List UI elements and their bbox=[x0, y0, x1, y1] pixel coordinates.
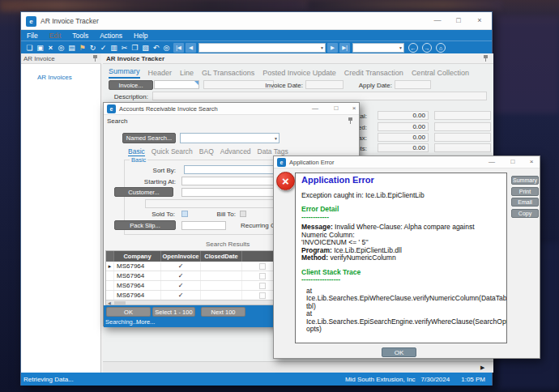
credit-memo-checkbox[interactable] bbox=[259, 283, 266, 289]
sidebar-item-ar-invoices[interactable]: AR Invoices bbox=[37, 74, 72, 81]
tab-baq[interactable]: BAQ bbox=[199, 147, 214, 156]
credit-memo-checkbox[interactable] bbox=[259, 292, 266, 299]
tax-extra-field[interactable] bbox=[434, 133, 491, 142]
column-company[interactable]: Company bbox=[114, 251, 161, 262]
pin-icon[interactable] bbox=[348, 117, 353, 125]
invoice-number-input[interactable] bbox=[154, 80, 199, 89]
copy-icon[interactable]: ❐ bbox=[130, 44, 140, 52]
first-record-button[interactable]: |◀ bbox=[173, 43, 184, 53]
back-button[interactable]: ← bbox=[408, 43, 418, 53]
bill-to-checkbox[interactable] bbox=[240, 211, 246, 217]
maximize-button[interactable]: □ bbox=[330, 104, 343, 112]
main-titlebar[interactable]: e AR Invoice Tracker — □ × bbox=[21, 12, 492, 30]
bottom-panel: ▶ bbox=[103, 361, 493, 373]
description-field[interactable] bbox=[152, 92, 487, 100]
tab-basic[interactable]: Basic bbox=[128, 147, 145, 156]
last-record-button[interactable]: ▶| bbox=[339, 43, 350, 53]
pack-slip-button[interactable]: Pack Slip... bbox=[114, 220, 176, 230]
tab-central-collection[interactable]: Central Collection bbox=[412, 69, 469, 79]
view-combo[interactable]: ▼ bbox=[352, 43, 404, 53]
summary-button[interactable]: Summary bbox=[511, 176, 539, 185]
forward-button[interactable]: → bbox=[422, 43, 432, 53]
tab-gl-transactions[interactable]: GL Transactions bbox=[202, 69, 254, 79]
chevron-down-icon: ▼ bbox=[274, 136, 278, 141]
print-icon[interactable]: ▥ bbox=[109, 44, 119, 52]
tab-header[interactable]: Header bbox=[148, 69, 173, 79]
tab-quick-search[interactable]: Quick Search bbox=[151, 147, 193, 156]
credit-memo-checkbox[interactable] bbox=[259, 273, 266, 279]
minimize-button[interactable]: — bbox=[485, 158, 498, 165]
find-icon[interactable]: ◎ bbox=[161, 44, 172, 52]
paste-icon[interactable]: ▧ bbox=[140, 44, 151, 52]
tab-summary[interactable]: Summary bbox=[109, 67, 140, 79]
previous-record-button[interactable]: ◀ bbox=[186, 43, 196, 53]
apply-date-field[interactable] bbox=[395, 80, 431, 89]
panel-expand-icon[interactable]: ▶ bbox=[480, 364, 484, 371]
row-selector-icon: ► bbox=[106, 262, 114, 271]
pin-icon[interactable] bbox=[483, 55, 489, 62]
record-combo[interactable]: ▼ bbox=[198, 43, 326, 53]
delete-icon[interactable]: × bbox=[45, 44, 56, 52]
tab-line[interactable]: Line bbox=[180, 69, 194, 79]
maximize-button[interactable]: □ bbox=[452, 16, 465, 24]
ok-button[interactable]: OK bbox=[106, 307, 151, 317]
close-button[interactable]: × bbox=[525, 158, 538, 165]
payments-extra-field[interactable] bbox=[434, 143, 491, 152]
pack-slip-input[interactable] bbox=[181, 221, 226, 230]
tab-posted-invoice-update[interactable]: Posted Invoice Update bbox=[262, 69, 336, 79]
total-field[interactable]: 0.00 bbox=[378, 111, 429, 120]
open-invoice-check-icon: ✓ bbox=[161, 281, 201, 290]
invoice-date-field[interactable] bbox=[305, 80, 344, 89]
attachment-icon[interactable]: ⚑ bbox=[77, 44, 87, 52]
minimize-button[interactable]: — bbox=[431, 16, 444, 24]
refresh-icon[interactable]: ↻ bbox=[87, 44, 98, 52]
named-search-combo[interactable]: ▼ bbox=[180, 133, 280, 143]
payments-field[interactable]: 0.00 bbox=[378, 143, 429, 152]
named-search-button[interactable]: Named Search... bbox=[122, 133, 176, 143]
customer-input[interactable] bbox=[181, 188, 274, 197]
customer-button[interactable]: Customer... bbox=[114, 187, 173, 197]
close-button[interactable]: × bbox=[348, 104, 361, 112]
total-extra-field[interactable] bbox=[434, 111, 491, 120]
memo-icon[interactable]: ▤ bbox=[66, 44, 77, 52]
menu-file[interactable]: File bbox=[21, 32, 44, 40]
applied-field[interactable]: 0.00 bbox=[378, 122, 429, 131]
menu-tools[interactable]: Tools bbox=[66, 32, 94, 40]
close-button[interactable]: × bbox=[473, 16, 486, 24]
search-titlebar[interactable]: e Accounts Receivable Invoice Search — □… bbox=[104, 103, 359, 115]
column-openinvoice[interactable]: OpenInvoice bbox=[161, 251, 201, 262]
email-button[interactable]: Email bbox=[511, 198, 539, 207]
copy-button[interactable]: Copy bbox=[511, 209, 539, 218]
toolbar: ❏ ▣ × ◎ ▤ ⚑ ↻ ✓ ▥ ✂ ❐ ▧ ↶ ◎ |◀ ◀ ▼ ▶ ▶| … bbox=[21, 40, 492, 53]
column-closeddate[interactable]: ClosedDate bbox=[201, 251, 242, 262]
error-titlebar[interactable]: e Application Error — □ × bbox=[274, 156, 540, 168]
error-detail-box[interactable]: Application Error Exception caught in: I… bbox=[295, 173, 507, 343]
invoice-button[interactable]: Invoice... bbox=[109, 80, 153, 90]
search-icon[interactable]: ◎ bbox=[56, 44, 66, 52]
select-1-100-button[interactable]: Select 1 - 100 bbox=[152, 307, 195, 317]
menu-actions[interactable]: Actions bbox=[94, 32, 128, 40]
tab-advanced[interactable]: Advanced bbox=[220, 147, 251, 156]
new-icon[interactable]: ❏ bbox=[24, 44, 35, 52]
tax-field[interactable]: 0.00 bbox=[378, 133, 429, 142]
pin-icon[interactable] bbox=[92, 55, 98, 62]
print-button[interactable]: Print bbox=[511, 187, 539, 196]
description-label: Description: bbox=[112, 93, 148, 100]
home-button[interactable]: ⌂ bbox=[436, 43, 446, 53]
minimize-button[interactable]: — bbox=[309, 104, 322, 112]
undo-icon[interactable]: ↶ bbox=[151, 44, 161, 52]
save-icon[interactable]: ▣ bbox=[35, 44, 45, 52]
next-100-button[interactable]: Next 100 bbox=[201, 307, 245, 317]
maximize-button[interactable]: □ bbox=[506, 158, 519, 165]
credit-memo-checkbox[interactable] bbox=[259, 263, 266, 270]
applied-extra-field[interactable] bbox=[434, 122, 491, 131]
error-ok-button[interactable]: OK bbox=[382, 347, 416, 357]
more-link[interactable]: More... bbox=[136, 318, 155, 326]
sold-to-checkbox[interactable] bbox=[181, 211, 188, 217]
next-record-button[interactable]: ▶ bbox=[327, 43, 338, 53]
tab-credit-transaction[interactable]: Credit Transaction bbox=[344, 69, 403, 79]
menu-help[interactable]: Help bbox=[128, 32, 153, 40]
cut-icon[interactable]: ✂ bbox=[119, 44, 130, 52]
clear-icon[interactable]: ✓ bbox=[98, 44, 109, 52]
scrollbar-thumb[interactable] bbox=[114, 301, 126, 305]
